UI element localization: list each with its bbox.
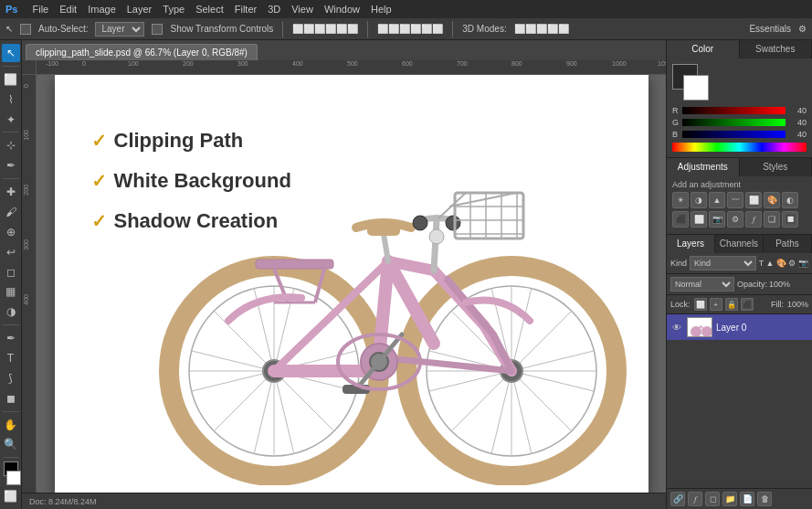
lock-pixels[interactable]: ⬜ <box>694 298 707 311</box>
adj-bw[interactable]: ⬜ <box>691 211 707 228</box>
layer-kind-select[interactable]: Kind <box>690 256 756 270</box>
eraser-tool[interactable]: ◻ <box>2 263 20 281</box>
adj-brightness[interactable]: ☀ <box>672 192 689 208</box>
dodge-tool[interactable]: ◑ <box>2 302 20 321</box>
adjustments-tab[interactable]: Adjustments <box>667 158 740 176</box>
workspace-icon[interactable]: ⚙ <box>798 24 807 34</box>
menu-filter[interactable]: Filter <box>235 4 257 15</box>
fg-bg-swatches <box>672 64 709 101</box>
eyedropper-tool[interactable]: ✒ <box>2 156 20 175</box>
adj-posterize[interactable]: 🔲 <box>782 211 798 228</box>
menu-help[interactable]: Help <box>371 4 392 15</box>
feature-text-3: Shadow Creation <box>114 209 279 233</box>
ruler-num-100: -100 <box>46 60 58 67</box>
channel-g-slider[interactable] <box>682 119 786 126</box>
pen-tool[interactable]: ✒ <box>2 329 20 347</box>
svg-point-47 <box>446 216 460 230</box>
color-section: Color Swatches R 40 G 4 <box>667 40 812 158</box>
crop-tool[interactable]: ⊹ <box>2 136 20 154</box>
delete-layer-icon[interactable]: 🗑 <box>757 492 772 506</box>
add-mask-icon[interactable]: ◻ <box>705 492 720 506</box>
lock-all[interactable]: 🔒 <box>725 298 738 311</box>
layers-tab[interactable]: Layers <box>667 235 715 253</box>
brush-tool[interactable]: 🖌 <box>2 203 20 221</box>
menu-file[interactable]: File <box>32 4 48 15</box>
svg-line-32 <box>511 371 594 391</box>
menu-3d[interactable]: 3D <box>268 4 280 15</box>
adj-photofilter[interactable]: 📷 <box>709 211 725 228</box>
clone-tool[interactable]: ⊕ <box>2 223 20 241</box>
auto-select-dropdown[interactable]: Layer Group <box>95 22 144 37</box>
opacity-value: 100% <box>769 280 790 289</box>
layer-visibility-toggle[interactable]: 👁 <box>670 321 683 334</box>
styles-tab[interactable]: Styles <box>740 158 813 176</box>
auto-select-checkbox[interactable] <box>20 24 31 35</box>
type-tool[interactable]: T <box>2 349 20 367</box>
path-tool[interactable]: ⟆ <box>2 369 20 387</box>
canvas-viewport[interactable]: ✓ Clipping Path ✓ White Background ✓ Sha… <box>37 75 666 493</box>
new-layer-icon[interactable]: 📄 <box>740 492 754 506</box>
svg-rect-58 <box>256 260 333 269</box>
menu-type[interactable]: Type <box>163 4 185 15</box>
menu-bar: Ps File Edit Image Layer Type Select Fil… <box>0 0 812 18</box>
feature-list: ✓ Clipping Path ✓ White Background ✓ Sha… <box>91 129 291 249</box>
adj-curves[interactable]: 〰 <box>727 192 743 208</box>
swatches-tab[interactable]: Swatches <box>740 40 813 58</box>
color-spectrum[interactable] <box>672 143 807 152</box>
channel-r-slider[interactable] <box>682 107 786 114</box>
lock-position[interactable]: + <box>710 298 722 311</box>
channels-tab[interactable]: Channels <box>715 235 764 253</box>
adjustments-panel: Add an adjustment ☀ ◑ ▲ 〰 ⬜ 🎨 ◐ ⬛ ⬜ 📷 ⚙ … <box>667 176 812 234</box>
feature-item-2: ✓ White Background <box>91 169 291 193</box>
adj-vibrance[interactable]: 🎨 <box>764 192 780 208</box>
shape-tool[interactable]: ◼ <box>2 389 20 408</box>
adj-levels[interactable]: ▲ <box>709 192 725 208</box>
zoom-tool[interactable]: 🔍 <box>2 435 20 453</box>
svg-rect-44 <box>367 225 400 236</box>
menu-edit[interactable]: Edit <box>59 4 77 15</box>
history-tool[interactable]: ↩ <box>2 243 20 261</box>
adj-exposure[interactable]: ⬜ <box>745 192 762 208</box>
svg-line-14 <box>192 371 274 391</box>
paths-tab[interactable]: Paths <box>764 235 812 253</box>
menu-image[interactable]: Image <box>88 4 116 15</box>
hand-tool[interactable]: ✋ <box>2 416 20 434</box>
canvas-scroll: 0 100 200 300 400 ✓ Clipping Path <box>22 75 666 493</box>
ruler-num-1000: 1000 <box>612 60 627 67</box>
feature-item-1: ✓ Clipping Path <box>91 129 291 153</box>
adj-hue[interactable]: ◐ <box>782 192 798 208</box>
tab-bar: clipping_path_slide.psd @ 66.7% (Layer 0… <box>22 40 666 60</box>
lock-artboard[interactable]: ⬛ <box>741 298 754 311</box>
adj-colorlookup[interactable]: 𝑓 <box>745 211 762 228</box>
add-style-icon[interactable]: 𝑓 <box>688 492 702 506</box>
healing-tool[interactable]: ✚ <box>2 183 20 201</box>
move-tool[interactable]: ↖ <box>2 44 20 62</box>
ruler-num-900: 900 <box>566 60 577 67</box>
ruler-num-800: 800 <box>511 60 522 67</box>
menu-window[interactable]: Window <box>324 4 360 15</box>
menu-layer[interactable]: Layer <box>127 4 153 15</box>
color-tab[interactable]: Color <box>667 40 740 58</box>
transform-checkbox[interactable] <box>152 24 163 35</box>
adj-invert[interactable]: ❏ <box>764 211 780 228</box>
menu-view[interactable]: View <box>291 4 313 15</box>
quick-mask-tool[interactable]: ⬜ <box>2 487 20 505</box>
quick-select-tool[interactable]: ✦ <box>2 111 20 129</box>
layer-mode-select[interactable]: Normal Multiply Screen <box>670 277 734 292</box>
channel-b-slider[interactable] <box>682 131 786 138</box>
marquee-tool[interactable]: ⬜ <box>2 70 20 89</box>
svg-line-7 <box>274 371 333 430</box>
background-color[interactable] <box>683 75 709 101</box>
adj-colorbalance[interactable]: ⬛ <box>672 211 689 228</box>
opacity-row: Opacity: 100% <box>737 280 790 289</box>
menu-select[interactable]: Select <box>195 4 224 15</box>
adj-channelmixer[interactable]: ⚙ <box>727 211 743 228</box>
gradient-tool[interactable]: ▦ <box>2 282 20 301</box>
lasso-tool[interactable]: ⌇ <box>2 90 20 109</box>
bg-color-swatch[interactable] <box>6 471 21 485</box>
adj-contrast[interactable]: ◑ <box>691 192 707 208</box>
document-tab[interactable]: clipping_path_slide.psd @ 66.7% (Layer 0… <box>26 44 258 60</box>
add-link-icon[interactable]: 🔗 <box>670 492 685 506</box>
new-group-icon[interactable]: 📁 <box>722 492 737 506</box>
layer-item-0[interactable]: 👁 Layer 0 <box>667 314 812 340</box>
